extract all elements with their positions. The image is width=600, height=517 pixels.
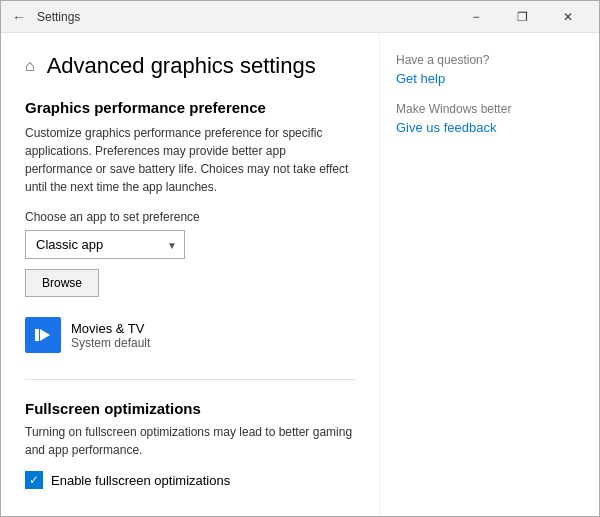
get-help-link[interactable]: Get help — [396, 71, 583, 86]
fullscreen-checkbox-wrapper[interactable]: ✓ — [25, 471, 43, 489]
app-info: Movies & TV System default — [71, 321, 150, 350]
app-name: Movies & TV — [71, 321, 150, 336]
app-icon — [25, 317, 61, 353]
sidebar: Have a question? Get help Make Windows b… — [379, 33, 599, 517]
window-title: Settings — [37, 10, 80, 24]
dropdown-label: Choose an app to set preference — [25, 210, 355, 224]
app-dropdown-wrapper[interactable]: Classic app Microsoft Store app ▼ — [25, 230, 185, 259]
sidebar-question-label: Have a question? — [396, 53, 583, 67]
back-button[interactable]: ← — [9, 7, 29, 27]
minimize-button[interactable]: − — [453, 1, 499, 33]
app-dropdown[interactable]: Classic app Microsoft Store app — [25, 230, 185, 259]
maximize-button[interactable]: ❐ — [499, 1, 545, 33]
page-title: Advanced graphics settings — [47, 53, 316, 79]
page-header: ⌂ Advanced graphics settings — [25, 53, 355, 79]
app-item: Movies & TV System default — [25, 311, 355, 359]
feedback-link[interactable]: Give us feedback — [396, 120, 583, 135]
browse-button[interactable]: Browse — [25, 269, 99, 297]
fullscreen-checkbox-label: Enable fullscreen optimizations — [51, 473, 230, 488]
app-status: System default — [71, 336, 150, 350]
fullscreen-checkbox-row[interactable]: ✓ Enable fullscreen optimizations — [25, 471, 355, 489]
svg-rect-2 — [35, 329, 39, 341]
section-divider — [25, 379, 355, 380]
fullscreen-section-desc: Turning on fullscreen optimizations may … — [25, 423, 355, 459]
home-icon[interactable]: ⌂ — [25, 57, 35, 75]
fullscreen-section-title: Fullscreen optimizations — [25, 400, 355, 417]
graphics-section-desc: Customize graphics performance preferenc… — [25, 124, 355, 196]
close-button[interactable]: ✕ — [545, 1, 591, 33]
graphics-section-title: Graphics performance preference — [25, 99, 355, 116]
sidebar-make-better-label: Make Windows better — [396, 102, 583, 116]
